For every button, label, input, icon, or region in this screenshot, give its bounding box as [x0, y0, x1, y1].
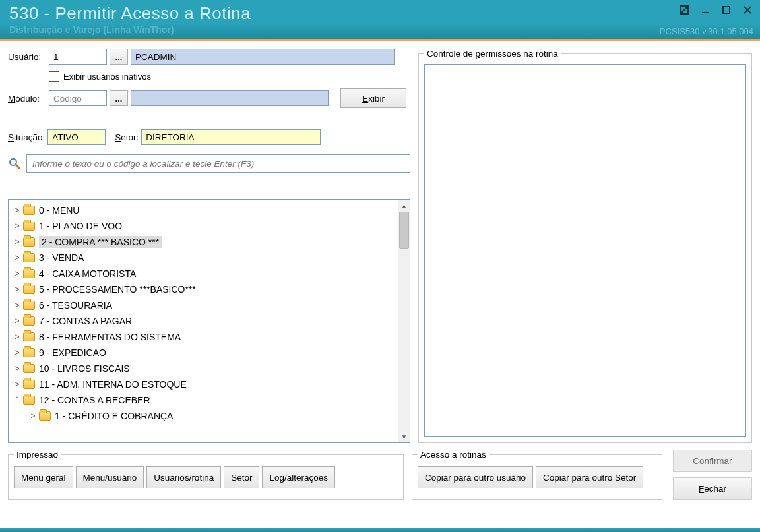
chevron-right-icon[interactable]: > [13, 380, 22, 389]
tree-item[interactable]: >11 - ADM. INTERNA DO ESTOQUE [9, 376, 398, 392]
tree-item-label: 7 - CONTAS A PAGAR [39, 316, 132, 326]
folder-icon [23, 332, 35, 341]
impressao-button[interactable]: Setor [224, 466, 259, 488]
fechar-button[interactable]: Fechar [673, 477, 752, 500]
acesso-button[interactable]: Copiar para outro Setor [536, 466, 643, 488]
tree-item-label: 2 - COMPRA *** BASICO *** [42, 237, 159, 247]
folder-icon [23, 301, 35, 310]
chevron-right-icon[interactable]: > [13, 348, 22, 357]
chevron-right-icon[interactable]: > [13, 222, 22, 231]
situacao-display [48, 129, 106, 145]
exibir-inativos-label: Exibir usuários inativos [63, 72, 151, 82]
chevron-right-icon[interactable]: > [13, 269, 22, 278]
folder-icon [39, 411, 51, 421]
tree-item[interactable]: >1 - PLANO DE VOO [9, 218, 398, 234]
impressao-button[interactable]: Usuários/rotina [146, 466, 221, 488]
permissions-list[interactable] [424, 64, 746, 437]
tree-scrollbar[interactable]: ▲ ▼ [398, 200, 410, 442]
chevron-right-icon[interactable]: > [13, 332, 22, 341]
tree-item-label: 4 - CAIXA MOTORISTA [39, 268, 136, 279]
chevron-down-icon[interactable]: ˅ [13, 396, 22, 405]
tree-item-label: 8 - FERRAMENTAS DO SISTEMA [39, 332, 181, 342]
chevron-right-icon[interactable]: > [13, 237, 22, 247]
search-input[interactable] [26, 154, 410, 173]
window-subtitle: Distribuição e Varejo (Linha WinThor) [9, 24, 751, 35]
folder-icon [23, 348, 35, 357]
search-icon [8, 157, 21, 170]
svg-rect-3 [723, 7, 730, 13]
tree-item-label: 5 - PROCESSAMENTO ***BASICO*** [39, 284, 196, 295]
tree-item[interactable]: >9 - EXPEDICAO [9, 345, 398, 361]
inativos-row: Exibir usuários inativos [8, 71, 410, 82]
tree-item[interactable]: >0 - MENU [9, 202, 398, 218]
tree-item-label: 1 - CRÉDITO E COBRANÇA [55, 411, 173, 421]
modulo-lookup-button[interactable]: ... [110, 90, 128, 106]
left-column: Usuário: ... Exibir usuários inativos Mó… [8, 49, 410, 443]
folder-icon [23, 222, 35, 231]
chevron-right-icon[interactable]: > [28, 411, 38, 421]
setor-display [141, 129, 321, 145]
folder-icon [23, 316, 35, 326]
setor-label: Setor: [115, 133, 139, 142]
permissions-groupbox: Controle de permissões na rotina [418, 49, 752, 443]
tree-item[interactable]: ˅12 - CONTAS A RECEBER [9, 392, 398, 408]
tree-item-label: 10 - LIVROS FISCAIS [39, 363, 130, 374]
acesso-button[interactable]: Copiar para outro usuário [418, 466, 533, 488]
situacao-label: Situação: [8, 133, 45, 142]
folder-icon [23, 380, 35, 389]
chevron-right-icon[interactable]: > [13, 364, 22, 373]
window: 530 - Permitir Acesso a Rotina Distribui… [0, 0, 760, 532]
scroll-up-arrow-icon[interactable]: ▲ [398, 200, 410, 212]
tree-item[interactable]: >7 - CONTAS A PAGAR [9, 313, 398, 329]
tree-scroll: >0 - MENU>1 - PLANO DE VOO>2 - COMPRA **… [9, 200, 398, 442]
exibir-inativos-checkbox[interactable] [49, 71, 59, 82]
close-icon[interactable] [740, 4, 755, 16]
window-title: 530 - Permitir Acesso a Rotina [9, 4, 751, 23]
impressao-button[interactable]: Log/alterações [262, 466, 335, 488]
tree-item[interactable]: >6 - TESOURARIA [9, 297, 398, 313]
maximize-icon[interactable] [719, 4, 734, 16]
help-icon[interactable] [677, 4, 691, 16]
tree-item[interactable]: >2 - COMPRA *** BASICO *** [9, 234, 398, 250]
scroll-down-arrow-icon[interactable]: ▼ [398, 430, 410, 442]
titlebar: 530 - Permitir Acesso a Rotina Distribui… [0, 0, 760, 41]
acesso-buttons: Copiar para outro usuárioCopiar para out… [418, 466, 656, 488]
impressao-button[interactable]: Menu/usuário [76, 466, 144, 488]
impressao-legend: Impressão [14, 450, 61, 459]
tree-view[interactable]: >0 - MENU>1 - PLANO DE VOO>2 - COMPRA **… [8, 199, 410, 443]
chevron-right-icon[interactable]: > [13, 206, 22, 215]
impressao-button[interactable]: Menu geral [14, 466, 73, 488]
tree-item-label: 6 - TESOURARIA [39, 300, 112, 310]
modulo-label: Módulo: [8, 94, 46, 103]
minimize-icon[interactable] [698, 4, 712, 16]
scroll-track[interactable] [398, 212, 410, 430]
confirmar-button[interactable]: Confirmar [673, 450, 752, 472]
usuario-codigo-input[interactable] [49, 49, 107, 65]
usuario-nome-display [131, 49, 395, 65]
folder-icon [23, 237, 35, 247]
columns: Usuário: ... Exibir usuários inativos Mó… [8, 49, 752, 443]
folder-icon [23, 285, 35, 294]
usuario-lookup-button[interactable]: ... [110, 49, 128, 65]
folder-icon [23, 253, 35, 262]
tree-item-label: 3 - VENDA [39, 252, 84, 263]
tree-item[interactable]: >4 - CAIXA MOTORISTA [9, 266, 398, 281]
chevron-right-icon[interactable]: > [13, 316, 22, 326]
modulo-codigo-input[interactable] [49, 90, 107, 106]
chevron-right-icon[interactable]: > [13, 253, 22, 262]
exibir-button[interactable]: Exibir [340, 88, 406, 108]
tree-item-label: 1 - PLANO DE VOO [39, 221, 122, 231]
tree-item[interactable]: >1 - CRÉDITO E COBRANÇA [9, 408, 398, 424]
tree-item[interactable]: >8 - FERRAMENTAS DO SISTEMA [9, 329, 398, 345]
chevron-right-icon[interactable]: > [13, 285, 22, 294]
tree-item[interactable]: >5 - PROCESSAMENTO ***BASICO*** [9, 281, 398, 297]
tree-item[interactable]: >3 - VENDA [9, 250, 398, 266]
tree-item-label: 11 - ADM. INTERNA DO ESTOQUE [39, 379, 187, 390]
tree-item-label: 12 - CONTAS A RECEBER [39, 395, 150, 405]
scroll-thumb[interactable] [399, 212, 409, 249]
tree-item[interactable]: >10 - LIVROS FISCAIS [9, 361, 398, 376]
search-row [8, 154, 410, 173]
acesso-legend: Acesso a rotinas [418, 450, 489, 459]
chevron-right-icon[interactable]: > [13, 301, 22, 310]
content: Usuário: ... Exibir usuários inativos Mó… [0, 41, 760, 532]
